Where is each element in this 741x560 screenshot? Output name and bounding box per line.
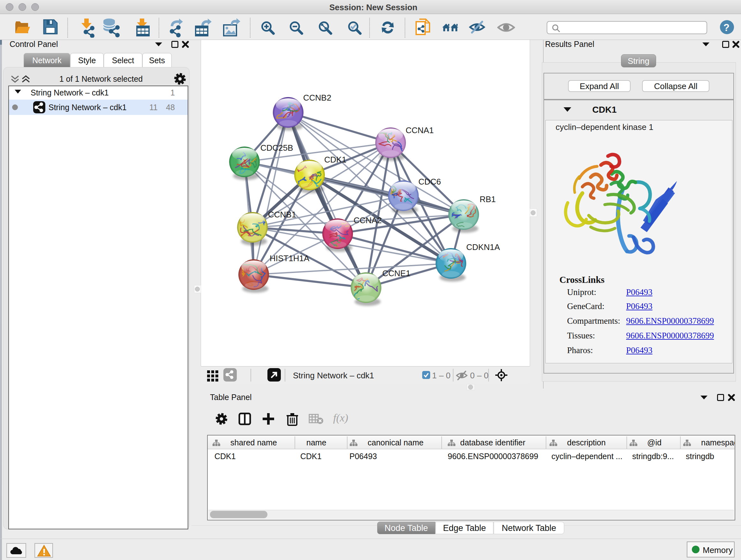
svg-text:CCNB2: CCNB2 [303, 93, 331, 103]
svg-text:RB1: RB1 [480, 194, 496, 204]
svg-text:CCNA2: CCNA2 [354, 215, 382, 225]
svg-text:HIST1H1A: HIST1H1A [270, 253, 310, 263]
svg-text:CCNB1: CCNB1 [268, 210, 296, 219]
svg-text:CDKN1A: CDKN1A [466, 242, 500, 252]
svg-text:CCNA1: CCNA1 [406, 125, 434, 135]
svg-text:CDC25B: CDC25B [260, 143, 293, 152]
svg-text:CDK1: CDK1 [324, 155, 346, 165]
svg-text:CDC6: CDC6 [418, 177, 441, 186]
svg-text:CCNE1: CCNE1 [382, 268, 410, 278]
